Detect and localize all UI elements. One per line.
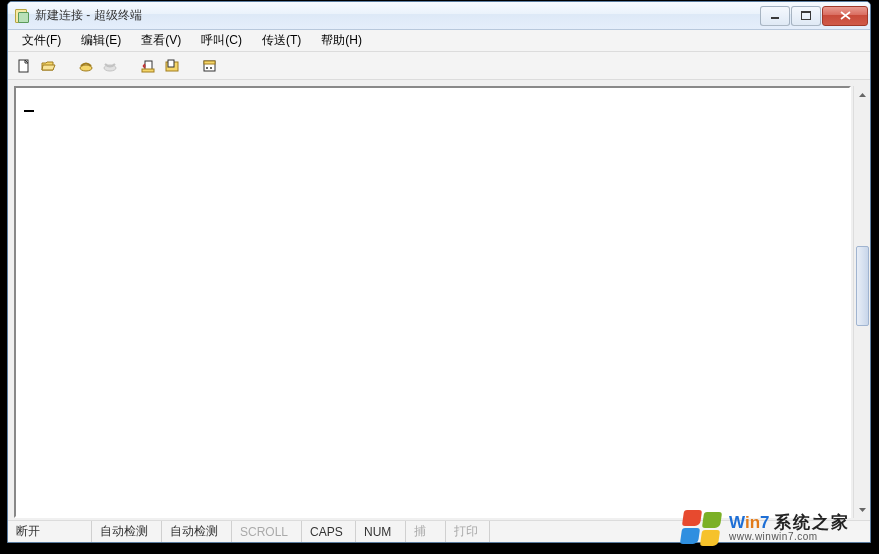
window-controls [759,6,868,26]
status-num: NUM [356,521,406,542]
svg-rect-0 [771,17,779,19]
new-file-icon [16,58,32,74]
menu-edit[interactable]: 编辑(E) [71,29,131,52]
menu-help[interactable]: 帮助(H) [311,29,372,52]
toolbar-open[interactable] [38,56,58,76]
vertical-scrollbar[interactable] [853,86,870,518]
svg-point-12 [206,67,208,69]
svg-point-13 [210,67,212,69]
maximize-button[interactable] [791,6,821,26]
phone-call-icon [78,58,94,74]
app-icon [14,8,30,24]
titlebar[interactable]: 新建连接 - 超级终端 [8,2,870,30]
properties-icon [202,58,218,74]
toolbar-new[interactable] [14,56,34,76]
toolbar-receive[interactable] [162,56,182,76]
resize-grip[interactable] [850,522,870,542]
status-connection: 断开 [8,521,92,542]
status-scroll: SCROLL [232,521,302,542]
toolbar-hangup[interactable] [100,56,120,76]
menubar: 文件(F) 编辑(E) 查看(V) 呼叫(C) 传送(T) 帮助(H) [8,30,870,52]
toolbar [8,52,870,80]
chevron-down-icon [858,507,867,513]
window-title: 新建连接 - 超级终端 [35,7,759,24]
statusbar: 断开 自动检测 自动检测 SCROLL CAPS NUM 捕 打印 [8,520,870,542]
terminal-frame [14,86,851,518]
receive-file-icon [164,58,180,74]
menu-call[interactable]: 呼叫(C) [191,29,252,52]
status-autodetect-1: 自动检测 [92,521,162,542]
maximize-icon [801,11,811,20]
phone-hangup-icon [102,58,118,74]
toolbar-call[interactable] [76,56,96,76]
toolbar-separator [186,56,196,76]
close-icon [840,11,851,20]
menu-file[interactable]: 文件(F) [12,29,71,52]
svg-rect-9 [168,60,174,67]
status-print: 打印 [446,521,490,542]
terminal-cursor [24,110,34,112]
toolbar-separator [124,56,134,76]
svg-rect-11 [204,61,215,64]
scroll-down-arrow[interactable] [854,501,871,518]
terminal[interactable] [16,88,849,516]
svg-rect-2 [801,11,811,13]
toolbar-send[interactable] [138,56,158,76]
toolbar-properties[interactable] [200,56,220,76]
chevron-up-icon [858,92,867,98]
minimize-button[interactable] [760,6,790,26]
menu-view[interactable]: 查看(V) [131,29,191,52]
close-button[interactable] [822,6,868,26]
client-area [8,80,870,520]
open-folder-icon [40,58,56,74]
minimize-icon [770,12,780,20]
status-caps: CAPS [302,521,356,542]
app-window: 新建连接 - 超级终端 文件(F) 编辑(E) 查看(V) 呼叫(C) 传送(T… [7,1,871,543]
send-file-icon [140,58,156,74]
scroll-thumb[interactable] [856,246,869,326]
svg-rect-7 [142,69,154,72]
status-autodetect-2: 自动检测 [162,521,232,542]
scroll-up-arrow[interactable] [854,86,871,103]
toolbar-separator [62,56,72,76]
menu-transfer[interactable]: 传送(T) [252,29,311,52]
status-capture: 捕 [406,521,446,542]
